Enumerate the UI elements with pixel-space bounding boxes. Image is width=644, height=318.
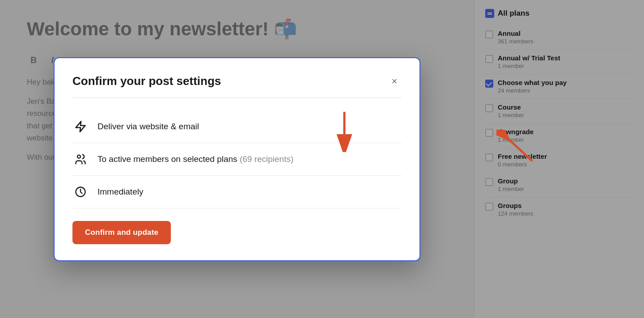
clock-icon: [72, 184, 89, 200]
modal-row-delivery: Deliver via website & email: [72, 110, 402, 143]
modal-actions: Confirm and update: [72, 221, 402, 244]
confirm-modal: Confirm your post settings × Deliver via…: [54, 57, 420, 261]
close-button[interactable]: ×: [387, 74, 402, 89]
delivery-text: Deliver via website & email: [97, 122, 199, 131]
confirm-update-button[interactable]: Confirm and update: [72, 221, 171, 244]
svg-point-3: [77, 155, 80, 158]
recipients-count: (69 recipients): [240, 154, 293, 164]
schedule-text: Immediately: [97, 187, 143, 197]
recipients-text: To active members on selected plans (69 …: [97, 154, 293, 164]
svg-marker-2: [76, 121, 85, 131]
modal-backdrop: Confirm your post settings × Deliver via…: [0, 0, 644, 318]
modal-header: Confirm your post settings ×: [72, 74, 402, 89]
people-icon: [72, 151, 89, 167]
modal-divider: [72, 98, 402, 98]
modal-title: Confirm your post settings: [72, 74, 221, 88]
modal-row-schedule: Immediately: [72, 176, 402, 208]
lightning-icon: [72, 119, 89, 135]
modal-row-recipients: To active members on selected plans (69 …: [72, 143, 402, 176]
